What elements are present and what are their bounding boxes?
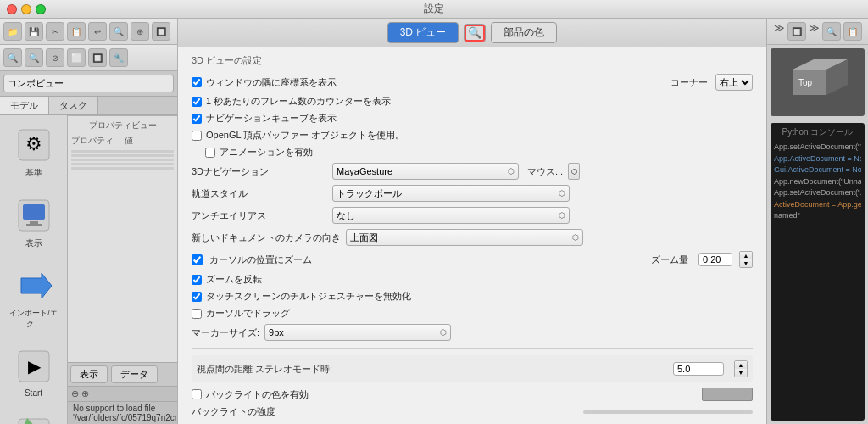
toolbar-icon-9[interactable]: 🔍 [3, 48, 22, 67]
checkbox-3[interactable] [192, 114, 202, 124]
corner-select[interactable]: 右上 [715, 74, 753, 91]
sidebar-item-start[interactable]: ▶ Start [11, 343, 57, 401]
setting-row-nav: 3Dナビゲーション MayaGesture ⬡ マウス... ⬡ [192, 163, 753, 180]
toolbar-icon-6[interactable]: 🔍 [109, 22, 128, 41]
zoom-reverse-row: ズームを反転 [192, 273, 753, 286]
sidebar-item-parts[interactable]: ✓ 部品設計 [11, 411, 57, 424]
setting-row-orbit: 軌道スタイル トラックボール ⬡ [192, 185, 753, 202]
toolbar-icon-12[interactable]: ⬜ [67, 48, 86, 67]
left-content: プロパティビュー プロパティ 値 表示 データ [68, 115, 177, 424]
sidebar-item-hyoji[interactable]: 表示 [11, 192, 57, 253]
toolbar-icon-2[interactable]: 💾 [25, 22, 43, 41]
marker-size-select[interactable]: 9px ⬡ [264, 324, 451, 341]
zoom-stepper-down[interactable]: ▼ [740, 259, 752, 267]
3d-cube-svg: Top [784, 53, 852, 112]
tab-display[interactable]: 表示 [70, 365, 108, 383]
checkbox-2[interactable] [192, 97, 202, 107]
zoom-reverse-checkbox[interactable] [192, 275, 202, 285]
nav-value: MayaGesture [337, 166, 392, 176]
toolbar-icon-11[interactable]: ⊘ [46, 48, 64, 67]
touch-tilt-checkbox[interactable] [192, 292, 202, 302]
aa-label: アンチエイリアス [192, 209, 327, 222]
cursor-drag-checkbox[interactable] [192, 309, 202, 319]
backlight-checkbox[interactable] [192, 389, 202, 399]
backlight-row: バックライトの色を有効 [192, 388, 753, 401]
right-toolbar-icon-2[interactable]: 🔍 [822, 22, 841, 41]
icon-highlight [465, 25, 485, 42]
tab-3d-view[interactable]: 3D ビュー [387, 22, 459, 43]
checkbox-label-5: アニメーションを有効 [220, 146, 313, 159]
tab-model[interactable]: モデル [0, 97, 49, 114]
nav-label: 3Dナビゲーション [192, 165, 327, 178]
toolbar-icon-14[interactable]: 🔧 [109, 48, 128, 67]
checkbox-1[interactable] [192, 77, 202, 87]
left-toolbar-2: 🔍 🔍 ⊘ ⬜ 🔲 🔧 [0, 45, 177, 71]
cursor-zoom-checkbox[interactable] [192, 254, 203, 265]
backlight-color-swatch[interactable] [702, 388, 753, 401]
tab-parts-color[interactable]: 部品の色 [491, 22, 557, 43]
svg-rect-5 [26, 224, 42, 226]
toolbar-icon-8[interactable]: 🔲 [152, 22, 170, 41]
checkbox-5[interactable] [205, 148, 215, 158]
console-line-1: App.setActiveDocument("") [774, 142, 861, 153]
newdoc-select[interactable]: 上面図 ⬡ [346, 229, 583, 246]
checkbox-row-2: 1 秒あたりのフレーム数のカウンターを表示 [192, 95, 753, 108]
maximize-button[interactable] [36, 4, 46, 14]
toolbar-icon-13[interactable]: 🔲 [88, 48, 107, 67]
cursor-zoom-row: カーソルの位置にズーム ズーム量 0.20 ▲ ▼ [192, 251, 753, 268]
left-panel: 📁 💾 ✂ 📋 ↩ 🔍 ⊕ 🔲 🔍 🔍 ⊘ ⬜ 🔲 🔧 コンボビュー モデル タ… [0, 19, 178, 424]
toolbar-icon-1[interactable]: 📁 [3, 22, 22, 41]
settings-tab-icon[interactable]: 🔍 [464, 24, 486, 42]
toolbar-icon-7[interactable]: ⊕ [131, 22, 149, 41]
close-button[interactable] [7, 4, 17, 14]
zoom-value[interactable]: 0.20 [698, 253, 732, 266]
prop-col-2: 値 [125, 135, 175, 147]
toolbar-icon-10[interactable]: 🔍 [25, 48, 43, 67]
section-3d-title: 3D ビューの設定 [192, 54, 753, 67]
zoom-stepper[interactable]: ▲ ▼ [739, 251, 753, 268]
orbit-label: 軌道スタイル [192, 187, 327, 200]
marker-size-row: マーカーサイズ: 9px ⬡ [192, 324, 753, 341]
left-inner: ⚙ 基準 表示 [0, 115, 177, 424]
nav-select[interactable]: MayaGesture ⬡ [332, 163, 519, 180]
stereo-label: 視点間の距離 ステレオモード時: [197, 363, 332, 376]
nav-stepper[interactable]: ⬡ [568, 163, 580, 180]
properties-label: プロパティビュー [71, 120, 174, 131]
sidebar-item-kijun[interactable]: ⚙ 基準 [11, 122, 57, 182]
aa-arrow-icon: ⬡ [559, 211, 565, 220]
aa-select[interactable]: なし ⬡ [332, 207, 570, 224]
parts-icon-box: ✓ [14, 415, 53, 424]
checkbox-row-1: ウィンドウの隅に座標系を表示 コーナー 右上 [192, 74, 753, 91]
tab-task[interactable]: タスク [49, 97, 98, 114]
checkbox-label-1: ウィンドウの隅に座標系を表示 [206, 76, 337, 89]
zoom-reverse-label: ズームを反転 [206, 273, 262, 286]
zoom-stepper-up[interactable]: ▲ [740, 252, 752, 259]
newdoc-value: 上面図 [350, 232, 378, 244]
svg-text:Top: Top [798, 78, 812, 87]
orbit-select[interactable]: トラックボール ⬡ [332, 185, 570, 202]
checkbox-row-5: アニメーションを有効 [192, 146, 753, 159]
sidebar-label-start: Start [25, 388, 42, 398]
zoom-amount-label: ズーム量 [651, 254, 688, 266]
backlight-intensity-slider[interactable] [583, 410, 753, 414]
svg-text:▶: ▶ [27, 357, 41, 376]
minimize-button[interactable] [21, 4, 31, 14]
toolbar-icon-3[interactable]: ✂ [46, 22, 64, 41]
stereo-row: 視点間の距離 ステレオモード時: 5.0 ▲ ▼ [192, 355, 753, 382]
console-title: Python コンソール [774, 126, 861, 138]
checkbox-4[interactable] [192, 131, 202, 141]
hyoji-icon-box [14, 196, 53, 235]
right-toolbar-icon-1[interactable]: 🔲 [787, 22, 806, 41]
sidebar-item-import[interactable]: インポート/エク... [0, 263, 67, 333]
stereo-value[interactable]: 5.0 [673, 362, 724, 376]
stereo-stepper-up[interactable]: ▲ [735, 361, 747, 369]
tab-data[interactable]: データ [111, 365, 158, 383]
orbit-arrow-icon: ⬡ [559, 189, 565, 198]
stereo-stepper-down[interactable]: ▼ [735, 369, 747, 377]
right-toolbar-icon-3[interactable]: 📋 [843, 22, 862, 41]
stereo-stepper[interactable]: ▲ ▼ [734, 360, 748, 377]
toolbar-icon-4[interactable]: 📋 [67, 22, 86, 41]
window-title: 設定 [424, 2, 444, 16]
toolbar-icon-5[interactable]: ↩ [88, 22, 107, 41]
right-toolbar: ≫ 🔲 ≫ 🔍 📋 [767, 19, 868, 45]
